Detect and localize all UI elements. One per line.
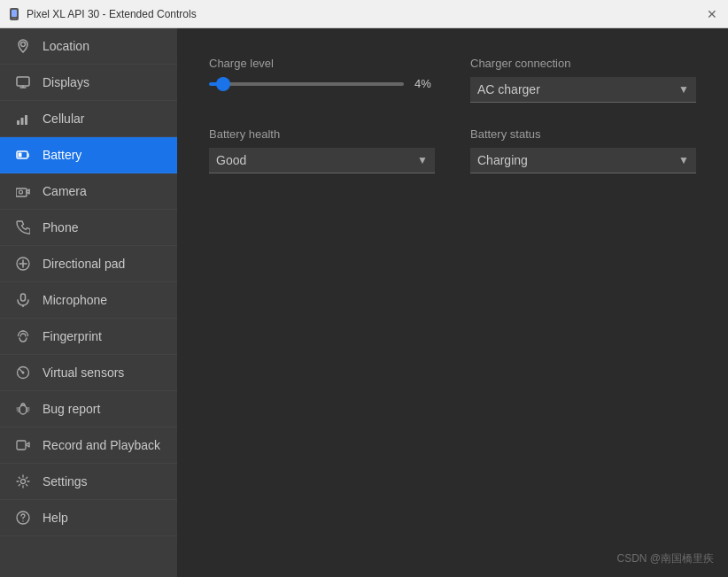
charger-connection-dropdown[interactable]: AC charger ▼: [470, 77, 696, 103]
sidebar-item-virtual-sensors[interactable]: Virtual sensors: [0, 355, 177, 391]
charger-connection-value: AC charger: [477, 82, 540, 96]
sidebar-item-location-label: Location: [43, 39, 89, 53]
charge-level-slider[interactable]: [209, 82, 404, 86]
battery-status-arrow-icon: ▼: [678, 154, 689, 166]
control-row-2: Battery health Good ▼ Battery status Cha…: [209, 127, 696, 173]
sidebar-item-cellular[interactable]: Cellular: [0, 101, 177, 137]
sidebar-item-phone-label: Phone: [43, 220, 78, 235]
sidebar-item-directional-pad-label: Directional pad: [43, 257, 125, 271]
sidebar-item-directional-pad[interactable]: Directional pad: [0, 246, 177, 282]
charge-level-group: Charge level 4%: [209, 57, 435, 103]
battery-status-value: Charging: [477, 153, 528, 167]
sidebar-item-fingerprint-label: Fingerprint: [43, 329, 102, 343]
battery-health-value: Good: [216, 153, 246, 167]
svg-rect-16: [17, 441, 26, 450]
help-icon: [14, 509, 32, 527]
bug-report-icon: [14, 400, 32, 418]
svg-rect-5: [17, 120, 19, 125]
sidebar-item-displays-label: Displays: [43, 75, 89, 89]
svg-point-15: [19, 405, 27, 414]
sidebar-item-help[interactable]: Help: [0, 500, 177, 536]
sidebar-item-location[interactable]: Location: [0, 28, 177, 65]
sidebar-item-microphone-label: Microphone: [43, 293, 107, 307]
battery-health-arrow-icon: ▼: [417, 154, 428, 166]
sidebar-item-bug-report-label: Bug report: [43, 402, 100, 416]
sidebar-item-bug-report[interactable]: Bug report: [0, 391, 177, 427]
main-layout: LocationDisplaysCellularBatteryCameraPho…: [0, 28, 728, 577]
svg-rect-9: [19, 153, 22, 158]
sidebar-item-cellular-label: Cellular: [43, 112, 84, 126]
title-bar-left: Pixel XL API 30 - Extended Controls: [7, 7, 197, 21]
svg-point-17: [21, 480, 26, 484]
svg-rect-1: [12, 10, 17, 17]
control-row-1: Charge level 4% Charger connection AC ch…: [209, 57, 696, 103]
sidebar-item-record-playback[interactable]: Record and Playback: [0, 427, 177, 464]
sidebar-item-displays[interactable]: Displays: [0, 65, 177, 101]
svg-rect-12: [21, 294, 26, 301]
record-playback-icon: [14, 436, 32, 454]
svg-point-14: [22, 372, 25, 374]
battery-status-dropdown[interactable]: Charging ▼: [470, 148, 696, 173]
window-title: Pixel XL API 30 - Extended Controls: [27, 8, 197, 20]
close-button[interactable]: ✕: [703, 5, 721, 23]
svg-rect-6: [21, 118, 24, 125]
sidebar-item-settings-label: Settings: [43, 474, 88, 489]
svg-rect-2: [12, 18, 16, 19]
location-icon: [14, 37, 32, 55]
sidebar-item-help-label: Help: [43, 511, 68, 525]
charger-connection-label: Charger connection: [470, 57, 696, 70]
camera-icon: [14, 182, 32, 200]
svg-rect-7: [25, 115, 27, 125]
svg-point-10: [19, 190, 23, 194]
sidebar-item-camera-label: Camera: [43, 184, 87, 198]
sidebar: LocationDisplaysCellularBatteryCameraPho…: [0, 28, 177, 577]
microphone-icon: [14, 291, 32, 309]
fingerprint-icon: [14, 327, 32, 345]
sidebar-item-settings[interactable]: Settings: [0, 464, 177, 500]
displays-icon: [14, 73, 32, 91]
cellular-icon: [14, 110, 32, 127]
app-icon: [7, 7, 21, 21]
battery-health-label: Battery health: [209, 127, 435, 141]
battery-health-dropdown[interactable]: Good ▼: [209, 148, 435, 173]
charger-connection-group: Charger connection AC charger ▼: [470, 57, 696, 103]
svg-point-19: [22, 520, 23, 521]
content-area: Charge level 4% Charger connection AC ch…: [177, 28, 728, 577]
sidebar-item-virtual-sensors-label: Virtual sensors: [43, 365, 124, 380]
sidebar-item-microphone[interactable]: Microphone: [0, 282, 177, 319]
battery-status-label: Battery status: [470, 127, 696, 141]
battery-icon: [14, 146, 32, 164]
sidebar-item-record-playback-label: Record and Playback: [43, 438, 160, 452]
virtual-sensors-icon: [14, 364, 32, 381]
svg-point-3: [21, 42, 26, 47]
settings-icon: [14, 473, 32, 490]
sidebar-item-battery[interactable]: Battery: [0, 137, 177, 173]
svg-rect-4: [17, 77, 29, 86]
battery-status-group: Battery status Charging ▼: [470, 127, 696, 173]
battery-health-group: Battery health Good ▼: [209, 127, 435, 173]
sidebar-item-battery-label: Battery: [43, 148, 81, 162]
sidebar-item-fingerprint[interactable]: Fingerprint: [0, 319, 177, 355]
charger-connection-arrow-icon: ▼: [678, 83, 689, 96]
charge-level-label: Charge level: [209, 57, 435, 70]
title-bar: Pixel XL API 30 - Extended Controls ✕: [0, 0, 728, 28]
directional-pad-icon: [14, 255, 32, 273]
charge-level-value: 4%: [414, 77, 431, 90]
charge-level-slider-row: 4%: [209, 77, 435, 90]
phone-icon: [14, 219, 32, 236]
sidebar-item-camera[interactable]: Camera: [0, 173, 177, 210]
sidebar-item-phone[interactable]: Phone: [0, 210, 177, 246]
